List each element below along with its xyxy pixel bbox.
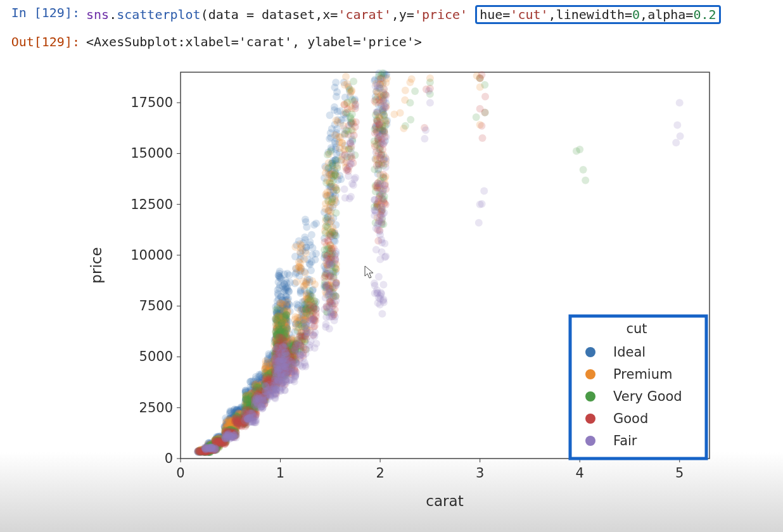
chart-output: 012345 025005000750010000125001500017500… bbox=[0, 60, 783, 519]
x-axis: 012345 bbox=[176, 459, 684, 481]
svg-point-3784 bbox=[347, 139, 355, 147]
svg-point-3868 bbox=[422, 126, 430, 134]
svg-point-3657 bbox=[281, 348, 289, 356]
svg-point-3847 bbox=[375, 273, 383, 281]
svg-point-3750 bbox=[328, 313, 335, 320]
svg-point-3864 bbox=[380, 299, 388, 307]
svg-point-3654 bbox=[272, 353, 280, 361]
svg-point-1969 bbox=[336, 139, 343, 146]
x-tick-label: 1 bbox=[276, 466, 284, 481]
svg-point-3875 bbox=[677, 132, 684, 140]
arg-x-v: 'carat' bbox=[338, 7, 391, 22]
svg-point-3842 bbox=[376, 132, 383, 140]
code-line[interactable]: sns.scatterplot(data = dataset,x='carat'… bbox=[86, 5, 721, 24]
svg-point-1756 bbox=[283, 298, 291, 306]
svg-point-3823 bbox=[379, 189, 386, 197]
svg-point-3827 bbox=[376, 119, 384, 127]
highlighted-args: hue='cut',linewidth=0,alpha=0.2 bbox=[475, 5, 720, 24]
arg-data-v: dataset bbox=[262, 7, 315, 22]
svg-point-1877 bbox=[302, 280, 310, 288]
svg-point-3787 bbox=[348, 149, 355, 156]
svg-point-2566 bbox=[283, 314, 290, 321]
legend-marker bbox=[585, 347, 595, 357]
svg-point-3806 bbox=[381, 240, 388, 248]
output-cell: Out[129]: <AxesSubplot:xlabel='carat', y… bbox=[0, 29, 783, 54]
svg-point-2957 bbox=[232, 415, 239, 423]
svg-point-3282 bbox=[326, 232, 334, 240]
svg-point-3804 bbox=[376, 227, 383, 235]
svg-point-3867 bbox=[421, 135, 428, 142]
svg-point-1975 bbox=[342, 73, 350, 80]
legend-marker bbox=[585, 391, 595, 402]
svg-point-2699 bbox=[350, 77, 357, 85]
svg-point-3873 bbox=[676, 99, 684, 106]
svg-point-2694 bbox=[324, 151, 331, 158]
input-prompt: In [129]: bbox=[4, 5, 86, 20]
x-tick-label: 4 bbox=[576, 466, 584, 481]
code-dot: . bbox=[109, 7, 117, 22]
svg-point-3872 bbox=[480, 187, 488, 195]
svg-point-2635 bbox=[306, 287, 314, 294]
svg-point-2765 bbox=[402, 122, 409, 130]
svg-point-3712 bbox=[296, 362, 304, 369]
code-open: ( bbox=[201, 7, 208, 22]
svg-point-3285 bbox=[326, 250, 333, 257]
svg-point-3693 bbox=[290, 368, 297, 376]
svg-point-2690 bbox=[329, 195, 336, 203]
y-tick-label: 12500 bbox=[130, 197, 173, 212]
svg-point-3366 bbox=[478, 122, 485, 130]
svg-point-2706 bbox=[346, 86, 353, 93]
y-tick-label: 15000 bbox=[130, 146, 173, 161]
x-tick-label: 0 bbox=[176, 466, 184, 481]
svg-point-3874 bbox=[673, 122, 681, 129]
legend-marker bbox=[585, 414, 595, 424]
svg-point-1837 bbox=[293, 278, 300, 286]
x-axis-label: carat bbox=[426, 493, 463, 509]
input-cell: In [129]: sns.scatterplot(data = dataset… bbox=[0, 0, 783, 29]
arg-x-k: x bbox=[322, 7, 330, 22]
svg-point-3775 bbox=[347, 160, 355, 168]
svg-point-804 bbox=[279, 282, 286, 290]
svg-point-3749 bbox=[326, 325, 333, 332]
legend-label: Good bbox=[613, 411, 648, 426]
y-tick-label: 17500 bbox=[130, 95, 173, 110]
svg-point-3709 bbox=[300, 354, 307, 362]
legend-marker bbox=[585, 369, 595, 379]
arg-lw-v: 0 bbox=[632, 7, 640, 22]
svg-point-955 bbox=[308, 231, 315, 239]
svg-point-971 bbox=[309, 251, 316, 258]
svg-point-3825 bbox=[371, 196, 379, 204]
y-axis-label: price bbox=[88, 247, 105, 283]
svg-point-3820 bbox=[374, 165, 382, 173]
svg-point-3845 bbox=[372, 82, 379, 90]
x-tick-label: 2 bbox=[376, 466, 384, 481]
svg-point-2057 bbox=[402, 87, 409, 94]
scatter-plot: 012345 025005000750010000125001500017500… bbox=[82, 60, 716, 516]
svg-point-2557 bbox=[272, 307, 280, 314]
svg-point-3368 bbox=[478, 71, 485, 79]
legend-marker bbox=[585, 436, 595, 446]
svg-point-1077 bbox=[331, 84, 338, 91]
svg-point-2772 bbox=[481, 81, 488, 89]
arg-alpha-v: 0.2 bbox=[693, 7, 716, 22]
svg-point-2563 bbox=[276, 326, 284, 333]
svg-point-3815 bbox=[382, 163, 390, 171]
x-tick-label: 5 bbox=[675, 466, 684, 481]
arg-lw-k: linewidth bbox=[556, 7, 625, 22]
svg-point-3782 bbox=[346, 194, 353, 202]
arg-hue-v: 'cut' bbox=[510, 7, 548, 22]
svg-point-3728 bbox=[303, 328, 311, 336]
svg-point-2776 bbox=[573, 148, 580, 155]
svg-point-3769 bbox=[326, 286, 333, 293]
y-tick-label: 5000 bbox=[139, 349, 173, 364]
svg-point-3786 bbox=[351, 175, 359, 183]
svg-point-1863 bbox=[311, 281, 319, 288]
svg-point-3692 bbox=[283, 377, 290, 385]
svg-point-3800 bbox=[382, 253, 390, 260]
legend: cutIdealPremiumVery GoodGoodFair bbox=[570, 316, 706, 459]
svg-point-2686 bbox=[322, 215, 330, 222]
svg-point-2764 bbox=[406, 99, 414, 106]
svg-point-3720 bbox=[312, 340, 320, 348]
svg-point-2775 bbox=[580, 166, 587, 174]
svg-point-965 bbox=[310, 221, 318, 229]
